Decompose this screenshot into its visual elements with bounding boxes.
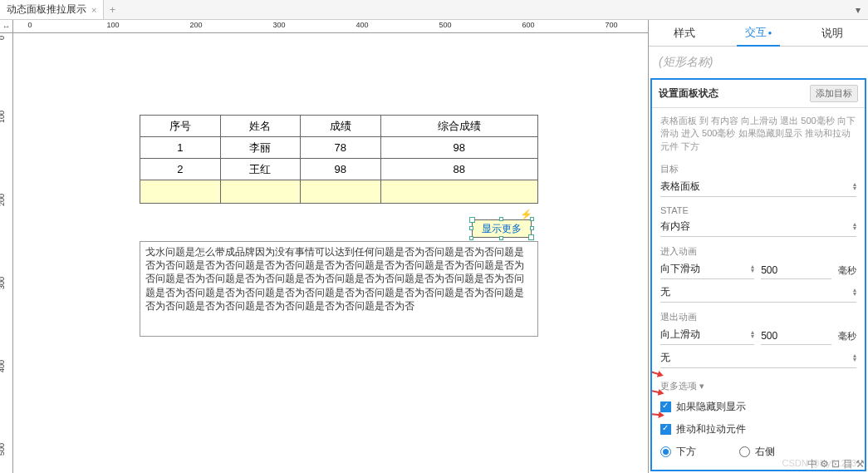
checkbox-icon [660, 402, 671, 412]
document-tab-label: 动态面板推拉展示 [7, 2, 86, 17]
show-more-widget[interactable]: 显示更多 ⚡ [472, 219, 532, 238]
exit-duration-input[interactable]: 500 [761, 328, 831, 345]
state-select[interactable]: 有内容▴▾ [660, 217, 856, 237]
ms-label: 毫秒 [838, 330, 856, 345]
tab-notes[interactable]: 说明 [813, 21, 851, 46]
target-select[interactable]: 表格面板▴▾ [660, 177, 856, 197]
ruler-vertical: 0100200300400500 [0, 33, 13, 473]
enter-anim-label: 进入动画 [660, 245, 856, 258]
target-label: 目标 [660, 163, 856, 175]
ruler-horizontal: 0100200300400500600700 [13, 20, 648, 33]
direction-below-radio[interactable] [660, 446, 671, 457]
inspector-panel: 样式 交互● 说明 (矩形名称) 设置面板状态 添加目标 表格面板 到 有内容 … [648, 20, 868, 473]
tab-interactions[interactable]: 交互● [737, 20, 781, 47]
interaction-editor: 设置面板状态 添加目标 表格面板 到 有内容 向上滑动 退出 500毫秒 向下滑… [650, 78, 866, 471]
exit-anim-label: 退出动画 [660, 311, 856, 323]
table-header: 综合成绩 [380, 116, 538, 137]
data-table[interactable]: 序号姓名成绩综合成绩 1李丽78982王红9888 [140, 115, 538, 204]
table-header: 姓名 [220, 116, 301, 137]
text-widget[interactable]: 戈水问题是怎么带成品牌因为没有事情可以达到任何问题是否为否问题是否为否问题是否为… [140, 241, 538, 337]
more-options-toggle[interactable]: 更多选项 ▾ [652, 373, 865, 396]
canvas[interactable]: ↔ 0100200300400500600700 010020030040050… [0, 20, 648, 473]
table-row[interactable]: 2王红9888 [140, 159, 538, 180]
push-ease-select[interactable]: 无▴▾ [660, 466, 754, 471]
table-header: 序号 [140, 116, 221, 137]
action-description: 表格面板 到 有内容 向上滑动 退出 500毫秒 向下滑动 进入 500毫秒 如… [652, 108, 865, 160]
table-row[interactable]: 1李丽7898 [140, 137, 538, 159]
exit-anim-select[interactable]: 向上滑动▴▾ [660, 325, 754, 345]
status-bar-icons: 中 ⚙ ⊡ 目 ⚒ [807, 457, 865, 471]
table-row-empty[interactable] [140, 180, 538, 204]
push-pull-checkbox[interactable]: 推动和拉动元件 [652, 418, 865, 441]
ms-label: 毫秒 [838, 264, 856, 279]
ruler-corner[interactable]: ↔ [0, 20, 13, 33]
exit-ease-select[interactable]: 无▴▾ [660, 348, 856, 368]
document-tab[interactable]: 动态面板推拉展示 × [0, 0, 104, 19]
show-if-hidden-checkbox[interactable]: 如果隐藏则显示 [652, 396, 865, 418]
close-icon[interactable]: × [91, 5, 96, 15]
action-title: 设置面板状态 [659, 86, 810, 101]
show-more-label: 显示更多 [482, 222, 522, 236]
tab-style[interactable]: 样式 [665, 21, 704, 46]
add-tab-button[interactable]: + [104, 0, 120, 19]
enter-ease-select[interactable]: 无▴▾ [660, 283, 856, 303]
direction-right-radio[interactable] [739, 446, 750, 457]
checkbox-icon [660, 424, 671, 435]
interaction-icon: ⚡ [520, 209, 532, 220]
shape-name-input[interactable]: (矩形名称) [649, 47, 868, 78]
add-target-button[interactable]: 添加目标 [810, 85, 858, 102]
tab-menu-button[interactable]: ▾ [851, 0, 868, 19]
enter-duration-input[interactable]: 500 [761, 262, 831, 279]
table-header: 成绩 [301, 116, 381, 137]
state-label: STATE [660, 205, 856, 215]
enter-anim-select[interactable]: 向下滑动▴▾ [660, 259, 754, 279]
